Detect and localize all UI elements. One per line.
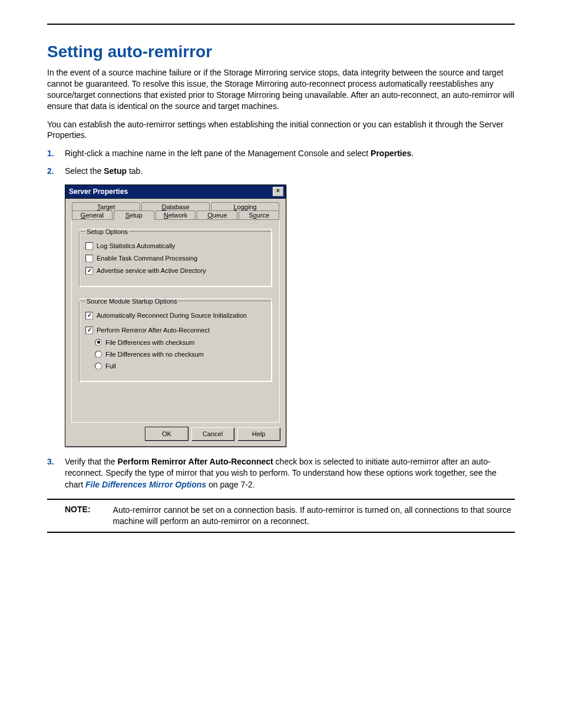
- intro-para-1: In the event of a source machine failure…: [47, 67, 515, 112]
- setup-options-group: Setup Options ✓ Log Statistics Automatic…: [79, 228, 272, 287]
- step-1: 1. Right-click a machine name in the lef…: [47, 148, 515, 160]
- group-legend: Source Module Startup Options: [85, 298, 178, 305]
- tab-logging[interactable]: LoggingLogging: [211, 202, 279, 211]
- tab-source[interactable]: SourceSource: [239, 210, 279, 219]
- tab-queue[interactable]: QueueQueue: [197, 210, 237, 219]
- checkbox-auto-reconnect[interactable]: ✓ Automatically Reconnect During Source …: [85, 312, 266, 319]
- group-legend: Setup Options: [85, 228, 129, 235]
- tab-database[interactable]: DatabaseDatabase: [141, 202, 210, 211]
- step-3: 3. Verify that the Perform Remirror Afte…: [47, 456, 515, 491]
- step-number: 3.: [47, 456, 54, 468]
- note-label: NOTE:: [47, 505, 103, 527]
- dialog-titlebar: Server Properties ×: [65, 185, 286, 199]
- close-icon[interactable]: ×: [273, 187, 283, 196]
- help-button[interactable]: Help: [237, 427, 280, 440]
- tab-setup[interactable]: SetupSetup: [114, 210, 154, 220]
- intro-para-2: You can establish the auto-remirror sett…: [47, 119, 515, 141]
- tab-target[interactable]: TTargetarget: [72, 202, 140, 211]
- cross-reference-link[interactable]: File Differences Mirror Options: [85, 480, 206, 489]
- dialog-title: Server Properties: [69, 187, 128, 196]
- source-module-startup-group: Source Module Startup Options ✓ Automati…: [79, 298, 272, 382]
- radio-file-diff-checksum[interactable]: File Differences with checksum: [95, 339, 266, 346]
- checkbox-advertise-ad[interactable]: ✓ Advertise service with Active Director…: [85, 267, 266, 275]
- tab-network[interactable]: NetworkNetwork: [156, 210, 196, 219]
- note-text: Auto-remirror cannot be set on a connect…: [113, 505, 515, 527]
- checkbox-enable-task-command[interactable]: ✓ Enable Task Command Processing: [85, 255, 266, 262]
- step-number: 1.: [47, 148, 54, 160]
- radio-file-diff-no-checksum[interactable]: File Differences with no checksum: [95, 351, 266, 358]
- checkbox-log-statistics[interactable]: ✓ Log Statistics Automatically: [85, 242, 266, 250]
- page-heading: Setting auto-remirror: [47, 42, 515, 61]
- tab-general[interactable]: GeneralGeneral: [72, 210, 113, 219]
- step-number: 2.: [47, 166, 54, 177]
- step-2: 2. Select the Setup tab.: [47, 166, 515, 177]
- note-block: NOTE: Auto-remirror cannot be set on a c…: [47, 499, 515, 533]
- checkbox-perform-remirror[interactable]: ✓ Perform Remirror After Auto-Reconnect: [85, 327, 266, 334]
- ok-button[interactable]: OK: [146, 427, 188, 440]
- cancel-button[interactable]: Cancel: [191, 427, 234, 440]
- server-properties-dialog: Server Properties × TTargetarget Databas…: [65, 185, 286, 447]
- radio-full[interactable]: Full: [95, 363, 266, 370]
